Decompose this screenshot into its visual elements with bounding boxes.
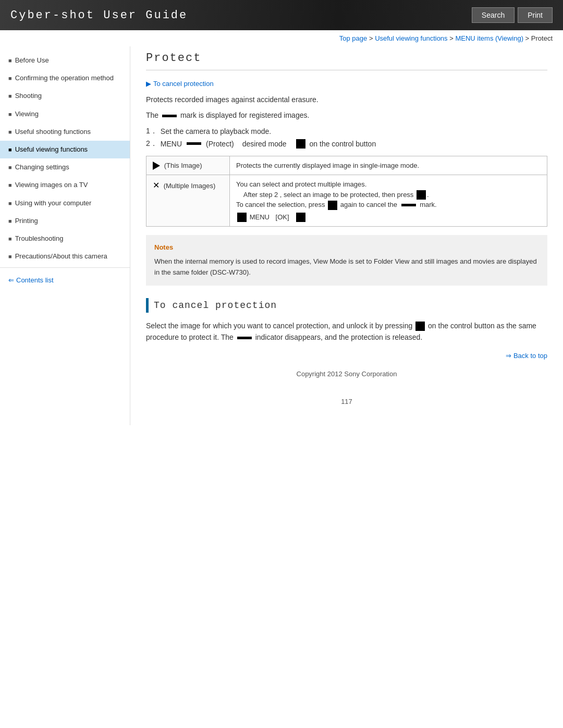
this-image-text: (This Image) xyxy=(164,162,202,169)
multiple-line2: After step 2 , select an image to be pro… xyxy=(236,190,541,200)
table-row-this-image: (This Image) Protects the currently disp… xyxy=(146,156,547,175)
sidebar-label: Useful shooting functions xyxy=(15,127,91,137)
bullet-icon: ■ xyxy=(8,146,12,154)
section-bar-icon xyxy=(146,298,149,313)
sidebar-label: Shooting xyxy=(15,91,42,101)
cancel-text3: indicator disappears, and the protection… xyxy=(255,333,423,341)
bullet-icon: ■ xyxy=(8,164,12,171)
cancel-dash2-icon xyxy=(237,337,252,339)
bullet-icon: ■ xyxy=(8,92,12,100)
section-link-cancel[interactable]: ▶ To cancel protection xyxy=(146,80,547,88)
multiple-line1: You can select and protect multiple imag… xyxy=(236,179,541,190)
bullet-icon: ■ xyxy=(8,110,12,118)
sidebar-item-useful-viewing[interactable]: ■ Useful viewing functions xyxy=(0,141,130,158)
breadcrumb: Top page > Useful viewing functions > ME… xyxy=(0,30,563,46)
sidebar-label: Viewing images on a TV xyxy=(15,180,88,190)
line3-text2: again to cancel the xyxy=(340,201,397,208)
header: Cyber-shot User Guide Search Print xyxy=(0,0,563,30)
step2-desired: desired mode xyxy=(242,140,287,148)
main-layout: ■ Before Use ■ Confirming the operation … xyxy=(0,46,563,425)
line4-menu: MENU xyxy=(250,213,270,221)
sidebar-item-computer[interactable]: ■ Using with your computer xyxy=(0,194,130,212)
print-button[interactable]: Print xyxy=(518,7,553,23)
sidebar-label: Viewing xyxy=(15,109,39,119)
search-button[interactable]: Search xyxy=(472,7,515,23)
content-area: Protect ▶ To cancel protection Protects … xyxy=(130,46,563,425)
description2-text: The xyxy=(146,111,161,119)
sidebar-item-viewing[interactable]: ■ Viewing xyxy=(0,105,130,123)
description1: Protects recorded images against acciden… xyxy=(146,94,547,105)
multiple-image-label: ✕ (Multiple Images) xyxy=(146,175,230,227)
sidebar-label: Changing settings xyxy=(15,163,69,172)
step2-protect: (Protect) xyxy=(206,140,234,148)
this-image-value: Protects the currently displayed image i… xyxy=(230,156,547,175)
back-to-top: ⇒ Back to top xyxy=(146,352,547,360)
notes-box: Notes When the internal memory is used t… xyxy=(146,235,547,285)
header-buttons: Search Print xyxy=(472,7,553,23)
step2-item: 2． MENU (Protect) desired mode on the co… xyxy=(146,139,547,149)
breadcrumb-menu[interactable]: MENU items (Viewing) xyxy=(455,34,523,42)
sidebar-item-changing-settings[interactable]: ■ Changing settings xyxy=(0,158,130,176)
multiple-line3: To cancel the selection, press again to … xyxy=(236,200,541,210)
sidebar-label: Before Use xyxy=(15,56,49,65)
sidebar: ■ Before Use ■ Confirming the operation … xyxy=(0,46,130,425)
play-icon xyxy=(153,162,160,170)
steps-list: 1． Set the camera to playback mode. 2． M… xyxy=(146,127,547,149)
breadcrumb-sep2: > xyxy=(449,34,455,42)
back-to-top-link[interactable]: ⇒ Back to top xyxy=(506,352,547,360)
page-number: 117 xyxy=(146,393,547,410)
cancel-text1: Select the image for which you want to c… xyxy=(146,322,412,330)
contents-list-link[interactable]: ⇐ Contents list xyxy=(8,276,121,284)
menu-block-icon xyxy=(237,213,247,222)
step2-menu: MENU xyxy=(161,140,182,148)
description2: The mark is displayed for registered ima… xyxy=(146,109,547,121)
bullet-icon: ■ xyxy=(8,253,12,261)
line3-text1: To cancel the selection, press xyxy=(236,201,325,208)
notes-title: Notes xyxy=(154,242,539,253)
cancel-btn-icon xyxy=(328,201,337,210)
x-mark-icon: ✕ xyxy=(153,181,160,190)
contents-arrow-icon: ⇐ xyxy=(8,276,14,284)
step2-suffix: on the control button xyxy=(310,140,376,148)
sidebar-item-printing[interactable]: ■ Printing xyxy=(0,212,130,230)
bullet-icon: ■ xyxy=(8,217,12,225)
breadcrumb-current: Protect xyxy=(531,34,553,42)
multiple-image-value: You can select and protect multiple imag… xyxy=(230,175,547,227)
ok-block-icon xyxy=(296,213,305,222)
description2-end: mark is displayed for registered images. xyxy=(180,111,309,119)
sidebar-item-shooting[interactable]: ■ Shooting xyxy=(0,87,130,105)
sidebar-item-confirming[interactable]: ■ Confirming the operation method xyxy=(0,69,130,87)
dash-mark-icon xyxy=(162,115,177,117)
sidebar-item-useful-shooting[interactable]: ■ Useful shooting functions xyxy=(0,123,130,141)
protect-table: (This Image) Protects the currently disp… xyxy=(146,156,547,227)
cancel-section-heading: To cancel protection xyxy=(146,298,547,313)
sidebar-item-viewing-tv[interactable]: ■ Viewing images on a TV xyxy=(0,176,130,194)
header-title: Cyber-shot User Guide xyxy=(10,9,188,22)
section-link-arrow-icon: ▶ xyxy=(146,80,151,88)
line2-text: After step 2 , select an image to be pro… xyxy=(243,191,414,199)
cancel-text: Select the image for which you want to c… xyxy=(146,320,547,343)
sidebar-item-precautions[interactable]: ■ Precautions/About this camera xyxy=(0,248,130,265)
sidebar-label: Using with your computer xyxy=(15,199,92,208)
cancel-press-btn-icon xyxy=(415,322,425,331)
step2-number: 2． xyxy=(146,139,157,149)
sidebar-item-before-use[interactable]: ■ Before Use xyxy=(0,52,130,69)
sidebar-label: Precautions/About this camera xyxy=(15,252,107,261)
sidebar-label: Useful viewing functions xyxy=(15,145,88,154)
line4-ok: [OK] xyxy=(276,213,289,221)
ok-button-icon xyxy=(296,139,305,149)
sidebar-item-troubleshooting[interactable]: ■ Troubleshooting xyxy=(0,230,130,248)
footer: Copyright 2012 Sony Corporation xyxy=(146,362,547,393)
breadcrumb-viewing[interactable]: Useful viewing functions xyxy=(375,34,447,42)
table-row-multiple: ✕ (Multiple Images) You can select and p… xyxy=(146,175,547,227)
line3-text3: mark. xyxy=(420,201,437,208)
this-image-label: (This Image) xyxy=(146,156,230,175)
breadcrumb-sep1: > xyxy=(369,34,375,42)
press-btn-icon xyxy=(417,190,426,200)
contents-list-label: Contents list xyxy=(16,276,54,284)
step1-number: 1． xyxy=(146,127,157,136)
back-to-top-label: Back to top xyxy=(513,352,547,360)
breadcrumb-top[interactable]: Top page xyxy=(339,34,368,42)
section-link-label: To cancel protection xyxy=(153,80,214,88)
cancel-section-title: To cancel protection xyxy=(154,300,277,311)
